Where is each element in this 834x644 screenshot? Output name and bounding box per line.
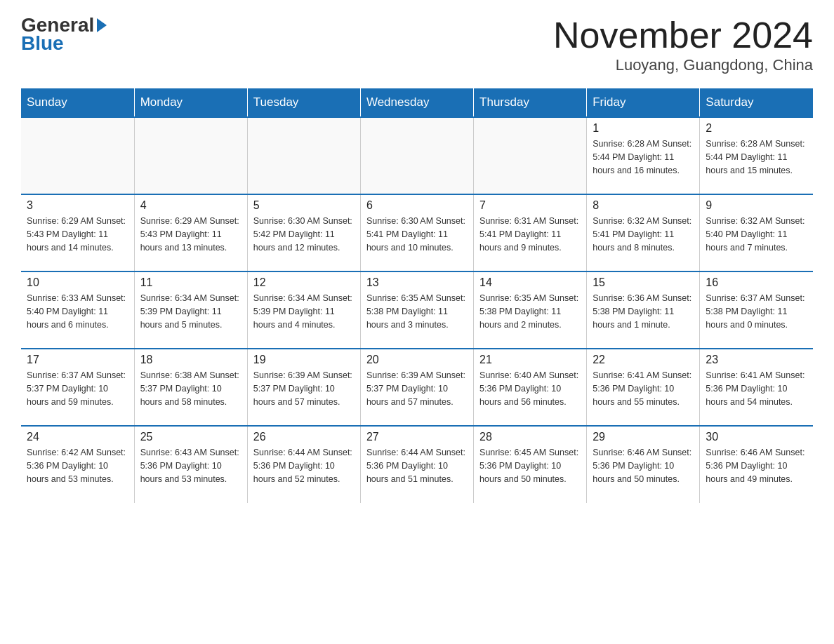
calendar-cell (247, 117, 360, 194)
calendar-cell: 24Sunrise: 6:42 AM Sunset: 5:36 PM Dayli… (21, 426, 134, 503)
header-right: November 2024 Luoyang, Guangdong, China (553, 14, 813, 74)
calendar-cell: 7Sunrise: 6:31 AM Sunset: 5:41 PM Daylig… (474, 194, 587, 271)
calendar-cell (474, 117, 587, 194)
day-info: Sunrise: 6:31 AM Sunset: 5:41 PM Dayligh… (479, 215, 581, 254)
day-number: 1 (593, 122, 694, 135)
day-number: 18 (140, 354, 241, 366)
day-number: 12 (253, 276, 355, 289)
calendar-week-row: 10Sunrise: 6:33 AM Sunset: 5:40 PM Dayli… (21, 271, 813, 349)
day-info: Sunrise: 6:28 AM Sunset: 5:44 PM Dayligh… (593, 137, 694, 177)
weekday-header-tuesday: Tuesday (247, 88, 360, 117)
day-number: 8 (593, 199, 694, 212)
calendar-cell: 14Sunrise: 6:35 AM Sunset: 5:38 PM Dayli… (474, 271, 587, 349)
day-number: 4 (140, 199, 241, 212)
day-info: Sunrise: 6:29 AM Sunset: 5:43 PM Dayligh… (27, 215, 128, 254)
day-info: Sunrise: 6:41 AM Sunset: 5:36 PM Dayligh… (706, 369, 807, 408)
day-info: Sunrise: 6:37 AM Sunset: 5:37 PM Dayligh… (27, 369, 128, 408)
calendar-cell: 18Sunrise: 6:38 AM Sunset: 5:37 PM Dayli… (134, 349, 247, 426)
weekday-header-sunday: Sunday (21, 88, 134, 117)
weekday-header-monday: Monday (134, 88, 247, 117)
calendar-week-row: 1Sunrise: 6:28 AM Sunset: 5:44 PM Daylig… (21, 117, 813, 194)
calendar-cell: 3Sunrise: 6:29 AM Sunset: 5:43 PM Daylig… (21, 194, 134, 271)
calendar-header-row: SundayMondayTuesdayWednesdayThursdayFrid… (21, 88, 813, 117)
calendar-cell: 25Sunrise: 6:43 AM Sunset: 5:36 PM Dayli… (134, 426, 247, 503)
weekday-header-wednesday: Wednesday (360, 88, 473, 117)
calendar-cell: 28Sunrise: 6:45 AM Sunset: 5:36 PM Dayli… (474, 426, 587, 503)
calendar-cell: 2Sunrise: 6:28 AM Sunset: 5:44 PM Daylig… (700, 117, 813, 194)
weekday-header-saturday: Saturday (700, 88, 813, 117)
day-number: 20 (366, 354, 468, 366)
day-info: Sunrise: 6:29 AM Sunset: 5:43 PM Dayligh… (140, 215, 241, 254)
day-number: 7 (479, 199, 581, 212)
day-number: 28 (479, 431, 581, 443)
day-info: Sunrise: 6:45 AM Sunset: 5:36 PM Dayligh… (479, 446, 581, 485)
weekday-header-friday: Friday (587, 88, 700, 117)
day-number: 6 (366, 199, 468, 212)
day-info: Sunrise: 6:35 AM Sunset: 5:38 PM Dayligh… (366, 292, 468, 331)
day-info: Sunrise: 6:32 AM Sunset: 5:40 PM Dayligh… (706, 215, 807, 254)
day-info: Sunrise: 6:44 AM Sunset: 5:36 PM Dayligh… (366, 446, 468, 485)
calendar-week-row: 24Sunrise: 6:42 AM Sunset: 5:36 PM Dayli… (21, 426, 813, 503)
day-info: Sunrise: 6:30 AM Sunset: 5:41 PM Dayligh… (366, 215, 468, 254)
day-info: Sunrise: 6:46 AM Sunset: 5:36 PM Dayligh… (706, 446, 807, 485)
calendar-cell: 8Sunrise: 6:32 AM Sunset: 5:41 PM Daylig… (587, 194, 700, 271)
calendar-cell: 10Sunrise: 6:33 AM Sunset: 5:40 PM Dayli… (21, 271, 134, 349)
calendar-cell: 9Sunrise: 6:32 AM Sunset: 5:40 PM Daylig… (700, 194, 813, 271)
calendar-cell: 5Sunrise: 6:30 AM Sunset: 5:42 PM Daylig… (247, 194, 360, 271)
day-info: Sunrise: 6:32 AM Sunset: 5:41 PM Dayligh… (593, 215, 694, 254)
day-info: Sunrise: 6:37 AM Sunset: 5:38 PM Dayligh… (706, 292, 807, 331)
day-number: 19 (253, 354, 355, 366)
calendar-cell: 21Sunrise: 6:40 AM Sunset: 5:36 PM Dayli… (474, 349, 587, 426)
calendar-cell: 12Sunrise: 6:34 AM Sunset: 5:39 PM Dayli… (247, 271, 360, 349)
calendar-cell (360, 117, 473, 194)
day-info: Sunrise: 6:34 AM Sunset: 5:39 PM Dayligh… (140, 292, 241, 331)
day-number: 15 (593, 276, 694, 289)
day-number: 26 (253, 431, 355, 443)
day-number: 16 (706, 276, 807, 289)
day-info: Sunrise: 6:39 AM Sunset: 5:37 PM Dayligh… (253, 369, 355, 408)
day-number: 9 (706, 199, 807, 212)
day-info: Sunrise: 6:38 AM Sunset: 5:37 PM Dayligh… (140, 369, 241, 408)
day-number: 3 (27, 199, 128, 212)
calendar-cell: 15Sunrise: 6:36 AM Sunset: 5:38 PM Dayli… (587, 271, 700, 349)
day-number: 14 (479, 276, 581, 289)
month-title: November 2024 (553, 14, 813, 56)
calendar-cell: 29Sunrise: 6:46 AM Sunset: 5:36 PM Dayli… (587, 426, 700, 503)
calendar-cell: 1Sunrise: 6:28 AM Sunset: 5:44 PM Daylig… (587, 117, 700, 194)
calendar-cell: 6Sunrise: 6:30 AM Sunset: 5:41 PM Daylig… (360, 194, 473, 271)
calendar-cell: 22Sunrise: 6:41 AM Sunset: 5:36 PM Dayli… (587, 349, 700, 426)
day-number: 21 (479, 354, 581, 366)
day-info: Sunrise: 6:33 AM Sunset: 5:40 PM Dayligh… (27, 292, 128, 331)
calendar-cell: 13Sunrise: 6:35 AM Sunset: 5:38 PM Dayli… (360, 271, 473, 349)
calendar-table: SundayMondayTuesdayWednesdayThursdayFrid… (21, 88, 813, 503)
calendar-cell: 30Sunrise: 6:46 AM Sunset: 5:36 PM Dayli… (700, 426, 813, 503)
day-number: 11 (140, 276, 241, 289)
day-number: 10 (27, 276, 128, 289)
logo: General Blue (21, 14, 107, 55)
calendar-week-row: 17Sunrise: 6:37 AM Sunset: 5:37 PM Dayli… (21, 349, 813, 426)
day-info: Sunrise: 6:46 AM Sunset: 5:36 PM Dayligh… (593, 446, 694, 485)
day-info: Sunrise: 6:28 AM Sunset: 5:44 PM Dayligh… (706, 137, 807, 177)
day-number: 27 (366, 431, 468, 443)
day-number: 29 (593, 431, 694, 443)
calendar-cell: 17Sunrise: 6:37 AM Sunset: 5:37 PM Dayli… (21, 349, 134, 426)
location-label: Luoyang, Guangdong, China (553, 56, 813, 74)
page-header: General Blue November 2024 Luoyang, Guan… (21, 14, 813, 74)
calendar-cell: 11Sunrise: 6:34 AM Sunset: 5:39 PM Dayli… (134, 271, 247, 349)
day-info: Sunrise: 6:34 AM Sunset: 5:39 PM Dayligh… (253, 292, 355, 331)
day-number: 22 (593, 354, 694, 366)
calendar-cell: 20Sunrise: 6:39 AM Sunset: 5:37 PM Dayli… (360, 349, 473, 426)
day-number: 23 (706, 354, 807, 366)
calendar-week-row: 3Sunrise: 6:29 AM Sunset: 5:43 PM Daylig… (21, 194, 813, 271)
logo-arrow-icon (97, 18, 107, 32)
day-number: 24 (27, 431, 128, 443)
calendar-cell (21, 117, 134, 194)
day-info: Sunrise: 6:40 AM Sunset: 5:36 PM Dayligh… (479, 369, 581, 408)
day-number: 25 (140, 431, 241, 443)
day-number: 2 (706, 122, 807, 135)
calendar-cell: 4Sunrise: 6:29 AM Sunset: 5:43 PM Daylig… (134, 194, 247, 271)
calendar-cell: 16Sunrise: 6:37 AM Sunset: 5:38 PM Dayli… (700, 271, 813, 349)
day-info: Sunrise: 6:35 AM Sunset: 5:38 PM Dayligh… (479, 292, 581, 331)
day-number: 30 (706, 431, 807, 443)
logo-blue-text: Blue (21, 32, 64, 55)
